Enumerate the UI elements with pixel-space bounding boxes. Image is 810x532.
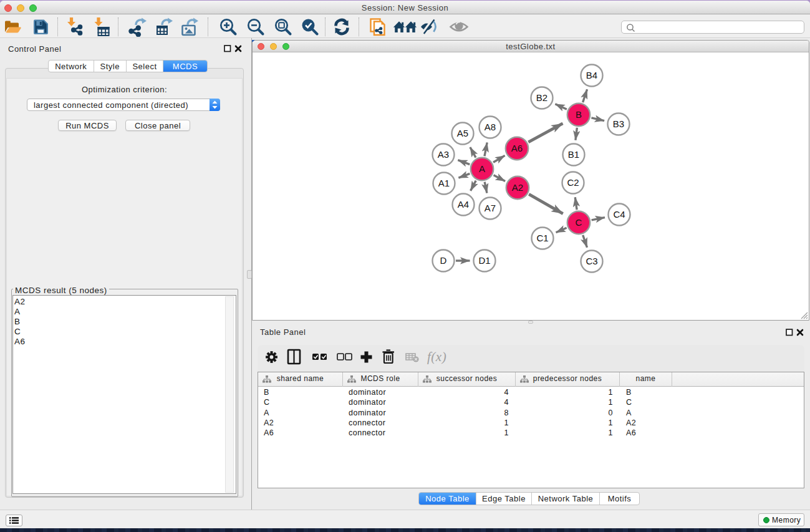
svg-text:B4: B4: [586, 70, 597, 80]
svg-text:A5: A5: [457, 128, 468, 138]
svg-text:B1: B1: [568, 149, 579, 160]
svg-text:D1: D1: [478, 255, 490, 266]
svg-text:C2: C2: [567, 177, 579, 188]
svg-text:A4: A4: [458, 199, 469, 210]
svg-text:A: A: [479, 163, 485, 174]
svg-text:C: C: [576, 217, 582, 228]
svg-text:A7: A7: [485, 203, 496, 213]
svg-text:C4: C4: [613, 209, 625, 220]
svg-text:A2: A2: [512, 182, 523, 193]
svg-text:B3: B3: [613, 118, 624, 129]
svg-text:A8: A8: [485, 122, 496, 132]
svg-text:B2: B2: [536, 92, 547, 103]
svg-text:A6: A6: [511, 143, 523, 153]
svg-text:C3: C3: [586, 256, 597, 266]
svg-text:B: B: [576, 109, 582, 120]
svg-text:D: D: [440, 255, 447, 266]
svg-text:A3: A3: [438, 149, 449, 160]
svg-text:C1: C1: [536, 233, 548, 243]
svg-text:A1: A1: [438, 178, 450, 188]
